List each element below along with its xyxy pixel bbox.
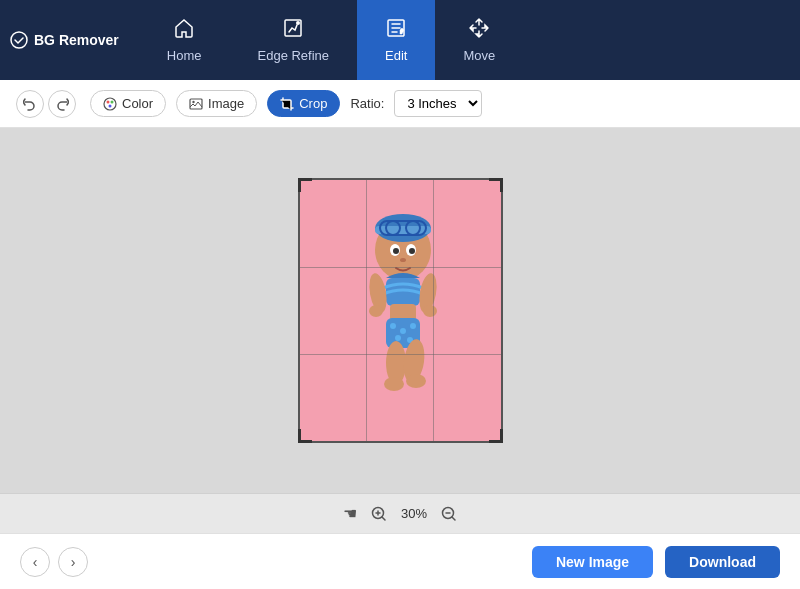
image-label: Image	[208, 96, 244, 111]
svg-point-4	[104, 98, 116, 110]
crop-button[interactable]: Crop	[267, 90, 340, 117]
zoom-in-icon	[371, 506, 387, 522]
tab-move[interactable]: Move	[435, 0, 523, 80]
tab-edge-refine-label: Edge Refine	[258, 48, 330, 63]
zoom-out-icon	[441, 506, 457, 522]
app-name: BG Remover	[34, 32, 119, 48]
image-icon	[189, 97, 203, 111]
main-content: Color Image Crop Ratio: 3 Inches 1:1 4:3…	[0, 80, 800, 589]
crop-grid-line	[433, 180, 434, 441]
undo-redo-group	[16, 90, 76, 118]
crop-handle-tr[interactable]	[489, 178, 503, 192]
header: BG Remover Home Edge Refine	[0, 0, 800, 80]
crop-grid-line	[366, 180, 367, 441]
crop-icon	[280, 97, 294, 111]
svg-point-2	[296, 21, 300, 25]
crop-overlay	[298, 178, 503, 443]
new-image-button[interactable]: New Image	[532, 546, 653, 578]
next-button[interactable]: ›	[58, 547, 88, 577]
svg-point-5	[107, 100, 110, 103]
crop-grid-line	[300, 354, 501, 355]
prev-icon: ‹	[33, 554, 38, 570]
tab-edit-label: Edit	[385, 48, 407, 63]
tab-move-label: Move	[463, 48, 495, 63]
edge-refine-icon	[282, 17, 304, 42]
image-background	[298, 178, 503, 443]
pan-icon: ☚	[343, 504, 357, 523]
zoom-in-button[interactable]	[371, 506, 387, 522]
main-nav: Home Edge Refine Edit	[139, 0, 523, 80]
tab-home-label: Home	[167, 48, 202, 63]
color-icon	[103, 97, 117, 111]
tab-edge-refine[interactable]: Edge Refine	[230, 0, 358, 80]
edit-icon	[385, 17, 407, 42]
crop-label: Crop	[299, 96, 327, 111]
tab-home[interactable]: Home	[139, 0, 230, 80]
prev-button[interactable]: ‹	[20, 547, 50, 577]
image-button[interactable]: Image	[176, 90, 257, 117]
svg-point-9	[192, 100, 194, 102]
ratio-label: Ratio:	[350, 96, 384, 111]
image-preview	[298, 178, 503, 443]
svg-point-0	[11, 32, 27, 48]
download-button[interactable]: Download	[665, 546, 780, 578]
canvas-area	[0, 128, 800, 493]
footer: ‹ › New Image Download	[0, 533, 800, 589]
home-icon	[173, 17, 195, 42]
svg-point-7	[109, 104, 112, 107]
move-icon	[468, 17, 490, 42]
crop-handle-bl[interactable]	[298, 429, 312, 443]
crop-handle-tl[interactable]	[298, 178, 312, 192]
crop-grid-line	[300, 267, 501, 268]
tab-edit[interactable]: Edit	[357, 0, 435, 80]
toolbar: Color Image Crop Ratio: 3 Inches 1:1 4:3…	[0, 80, 800, 128]
ratio-select[interactable]: 3 Inches 1:1 4:3 16:9 Custom	[394, 90, 482, 117]
next-icon: ›	[71, 554, 76, 570]
app-logo: BG Remover	[10, 31, 119, 49]
zoom-out-button[interactable]	[441, 506, 457, 522]
color-label: Color	[122, 96, 153, 111]
zoom-percent: 30%	[401, 506, 427, 521]
zoom-bar: ☚ 30%	[0, 493, 800, 533]
redo-button[interactable]	[48, 90, 76, 118]
svg-point-6	[111, 100, 114, 103]
footer-actions: New Image Download	[532, 546, 780, 578]
color-button[interactable]: Color	[90, 90, 166, 117]
crop-handle-br[interactable]	[489, 429, 503, 443]
nav-arrows: ‹ ›	[20, 547, 88, 577]
undo-button[interactable]	[16, 90, 44, 118]
